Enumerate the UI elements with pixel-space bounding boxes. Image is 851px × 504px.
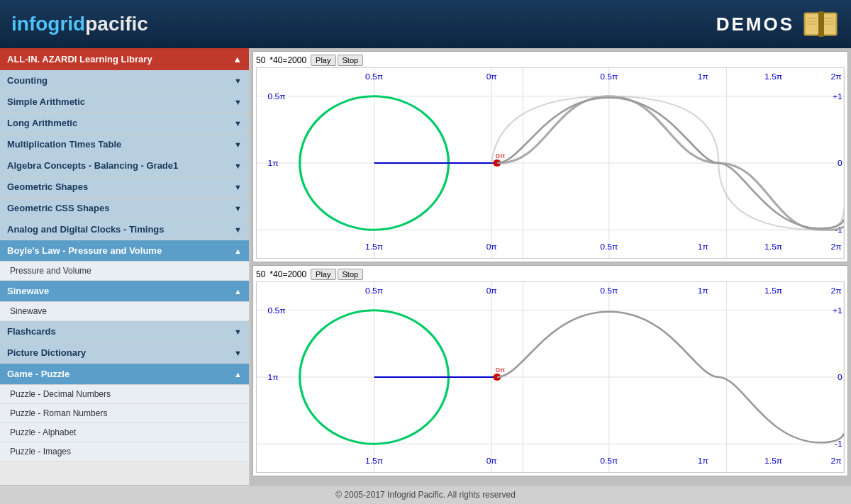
- svg-text:2π: 2π: [830, 457, 841, 465]
- svg-text:0.5π: 0.5π: [267, 92, 285, 100]
- sinewave-svg-2: +1 0 -1 0.5π 0π 0.5π 1π 1.5π 2π 1.5π 0π …: [257, 282, 844, 472]
- sidebar-item-label-multiplication: Multiplication Times Table: [7, 139, 121, 150]
- svg-text:1π: 1π: [267, 374, 278, 381]
- footer-copyright: © 2005-2017 Infogrid Pacific. All rights…: [335, 490, 516, 500]
- sidebar-header-label: ALL-IN. AZARDI Learning Library: [7, 54, 152, 65]
- sidebar-item-arrow-picture-dictionary: ▼: [234, 349, 242, 357]
- sidebar-item-label-geometric-shapes: Geometric Shapes: [7, 181, 88, 192]
- svg-text:0π: 0π: [496, 366, 506, 374]
- sidebar-item-label-picture-dictionary: Picture Dictionary: [7, 347, 86, 358]
- svg-text:1π: 1π: [698, 457, 708, 465]
- sidebar-items: Counting▼Simple Arithmetic▼Long Arithmet…: [0, 70, 249, 461]
- panel-toolbar-2: 50 *40=2000 Play Stop: [256, 269, 845, 280]
- sidebar-item-arrow-algebra: ▼: [234, 162, 242, 170]
- panel-toolbar-1: 50 *40=2000 Play Stop: [256, 55, 845, 66]
- svg-text:+1: +1: [833, 306, 842, 314]
- sidebar-item-multiplication[interactable]: Multiplication Times Table▼: [0, 134, 249, 155]
- svg-text:1.5π: 1.5π: [365, 457, 383, 465]
- svg-text:0.5π: 0.5π: [365, 72, 383, 80]
- svg-text:0.5π: 0.5π: [365, 286, 383, 294]
- sidebar-item-arrow-long-arithmetic: ▼: [234, 119, 242, 128]
- sidebar-item-boyles-law[interactable]: Boyle's Law - Pressure and Volume▲: [0, 240, 249, 262]
- sidebar-subitem-puzzle-roman[interactable]: Puzzle - Roman Numbers: [0, 404, 249, 423]
- sidebar-item-clocks[interactable]: Analog and Digital Clocks - Timings▼: [0, 219, 249, 240]
- demos-label: DEMOS: [716, 13, 794, 35]
- sinewave-svg-1: +1 0 -1 0.5π 0π 0.5π 1π 1.5π 2π 1.5π 0π …: [257, 68, 844, 258]
- sidebar-item-game-puzzle[interactable]: Game - Puzzle▲: [0, 364, 249, 385]
- sidebar-subitem-puzzle-decimal[interactable]: Puzzle - Decimal Numbers: [0, 385, 249, 404]
- sidebar-item-arrow-geometric-shapes: ▼: [234, 183, 242, 191]
- panel2-stop-button[interactable]: Stop: [338, 269, 364, 280]
- sidebar-item-label-game-puzzle: Game - Puzzle: [7, 369, 69, 379]
- panel2-formula: *40=2000: [269, 269, 306, 279]
- sidebar-item-label-flashcards: Flashcards: [7, 326, 56, 337]
- svg-text:1.5π: 1.5π: [764, 286, 782, 294]
- sidebar-item-label-algebra: Algebra Concepts - Balancing - Grade1: [7, 160, 178, 171]
- svg-text:1π: 1π: [698, 72, 708, 80]
- svg-text:2π: 2π: [830, 72, 841, 80]
- sidebar-item-label-long-arithmetic: Long Arithmetic: [7, 118, 77, 128]
- sidebar-item-counting[interactable]: Counting▼: [0, 70, 249, 91]
- chart-area-2: +1 0 -1 0.5π 0π 0.5π 1π 1.5π 2π 1.5π 0π …: [256, 281, 845, 473]
- sidebar-item-algebra[interactable]: Algebra Concepts - Balancing - Grade1▼: [0, 155, 249, 177]
- svg-text:1π: 1π: [698, 286, 708, 294]
- sidebar-item-arrow-geometric-css: ▼: [234, 204, 242, 213]
- sidebar-header-arrow: ▲: [233, 54, 242, 65]
- logo-info: info: [11, 13, 48, 35]
- header-right: DEMOS: [716, 10, 840, 38]
- svg-text:0π: 0π: [486, 243, 497, 251]
- panel1-counter: 50: [256, 55, 265, 65]
- sidebar-item-geometric-css[interactable]: Geometric CSS Shapes▼: [0, 198, 249, 219]
- svg-text:0.5π: 0.5π: [267, 306, 285, 314]
- sidebar-subitem-pressure-volume[interactable]: Pressure and Volume: [0, 262, 249, 281]
- panel1-formula: *40=2000: [269, 55, 306, 65]
- sidebar-item-label-simple-arithmetic: Simple Arithmetic: [7, 96, 85, 107]
- sidebar-item-geometric-shapes[interactable]: Geometric Shapes▼: [0, 177, 249, 198]
- sidebar-subitem-puzzle-alphabet[interactable]: Puzzle - Alphabet: [0, 423, 249, 442]
- sidebar-item-arrow-sinewave: ▲: [234, 287, 242, 296]
- svg-text:0: 0: [838, 374, 842, 381]
- sidebar-subitem-sinewave-sub[interactable]: Sinewave: [0, 302, 249, 321]
- svg-text:1π: 1π: [698, 243, 708, 251]
- svg-text:0π: 0π: [486, 457, 497, 465]
- logo[interactable]: infogridpacific: [11, 13, 148, 35]
- sidebar-item-arrow-simple-arithmetic: ▼: [234, 98, 242, 106]
- book-icon: [803, 10, 840, 38]
- sidebar-item-sinewave[interactable]: Sinewave▲: [0, 281, 249, 302]
- sidebar-item-arrow-clocks: ▼: [234, 225, 242, 234]
- svg-text:0.5π: 0.5π: [600, 457, 618, 465]
- sidebar-item-simple-arithmetic[interactable]: Simple Arithmetic▼: [0, 91, 249, 113]
- svg-text:0: 0: [838, 159, 842, 167]
- chart-area-1: +1 0 -1 0.5π 0π 0.5π 1π 1.5π 2π 1.5π 0π …: [256, 67, 845, 259]
- footer: © 2005-2017 Infogrid Pacific. All rights…: [0, 485, 851, 504]
- svg-text:2π: 2π: [830, 286, 841, 294]
- panel2-counter: 50: [256, 269, 265, 279]
- sidebar-item-arrow-multiplication: ▼: [234, 140, 242, 149]
- sinewave-panel-1: 50 *40=2000 Play Stop: [252, 51, 848, 262]
- panel1-play-button[interactable]: Play: [311, 55, 335, 66]
- sidebar-item-label-boyles-law: Boyle's Law - Pressure and Volume: [7, 245, 162, 256]
- logo-grid: grid: [48, 13, 85, 35]
- sidebar-item-arrow-boyles-law: ▲: [234, 247, 242, 255]
- svg-text:0π: 0π: [486, 72, 497, 80]
- sidebar-item-flashcards[interactable]: Flashcards▼: [0, 321, 249, 342]
- panel1-stop-button[interactable]: Stop: [338, 55, 364, 66]
- sidebar-item-label-sinewave: Sinewave: [7, 286, 49, 296]
- sidebar-item-arrow-flashcards: ▼: [234, 327, 242, 336]
- svg-text:+1: +1: [833, 92, 842, 100]
- svg-rect-4: [818, 11, 824, 37]
- svg-text:1.5π: 1.5π: [764, 243, 782, 251]
- sidebar-item-picture-dictionary[interactable]: Picture Dictionary▼: [0, 342, 249, 364]
- sidebar-header[interactable]: ALL-IN. AZARDI Learning Library ▲: [0, 48, 249, 70]
- main: ALL-IN. AZARDI Learning Library ▲ Counti…: [0, 48, 851, 485]
- sidebar: ALL-IN. AZARDI Learning Library ▲ Counti…: [0, 48, 250, 485]
- sinewave-panel-2: 50 *40=2000 Play Stop: [252, 265, 848, 476]
- svg-text:0π: 0π: [496, 152, 506, 159]
- sidebar-item-long-arithmetic[interactable]: Long Arithmetic▼: [0, 113, 249, 134]
- svg-text:1.5π: 1.5π: [365, 243, 383, 251]
- sidebar-subitem-puzzle-images[interactable]: Puzzle - Images: [0, 442, 249, 461]
- svg-text:1.5π: 1.5π: [764, 457, 782, 465]
- svg-text:1.5π: 1.5π: [764, 72, 782, 80]
- logo-pacific: pacific: [85, 13, 148, 35]
- panel2-play-button[interactable]: Play: [311, 269, 335, 280]
